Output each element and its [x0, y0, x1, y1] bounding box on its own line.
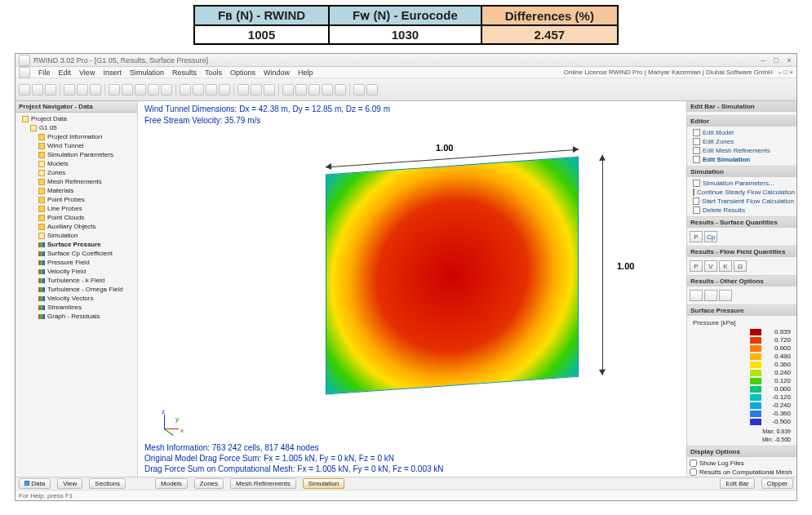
chk-res-compmesh-box[interactable]	[690, 468, 697, 476]
menu-help[interactable]: Help	[298, 69, 313, 77]
tb-pan-icon[interactable]	[148, 84, 159, 95]
doc-maximize-button[interactable]: □	[783, 69, 788, 76]
tree-turb-omega[interactable]: Turbulence - Omega Field	[19, 285, 135, 294]
centertab-zones[interactable]: Zones	[194, 478, 224, 489]
maximize-button[interactable]: □	[772, 56, 780, 64]
tree-project-info[interactable]: Project Information	[19, 132, 135, 141]
th-diff: Differences (%)	[481, 6, 618, 25]
tb-new-icon[interactable]	[19, 84, 30, 95]
roo-btn-3[interactable]	[719, 290, 732, 301]
tb-mesh-icon[interactable]	[237, 84, 249, 95]
menu-tools[interactable]: Tools	[205, 69, 222, 77]
tb-section-icon[interactable]	[322, 84, 333, 95]
menu-results[interactable]: Results	[172, 69, 197, 77]
legend-value: 0.000	[765, 385, 791, 393]
menu-file[interactable]: File	[38, 69, 51, 77]
tb-zoom-in-icon[interactable]	[122, 84, 133, 95]
tree-simulation[interactable]: Simulation	[19, 231, 135, 240]
tree-materials[interactable]: Materials	[19, 186, 135, 195]
roo-btn-1[interactable]	[690, 290, 703, 301]
tb-probe-icon[interactable]	[308, 84, 320, 95]
tb-help-icon[interactable]	[366, 84, 378, 95]
tree-streamlines[interactable]: Streamlines	[19, 303, 135, 312]
menu-simulation[interactable]: Simulation	[130, 69, 164, 77]
edit-simulation-button[interactable]: Edit Simulation	[690, 155, 794, 164]
surfq-cp-button[interactable]: Cp	[704, 231, 717, 242]
doc-close-button[interactable]: ×	[789, 69, 793, 76]
tb-side-view-icon[interactable]	[206, 84, 217, 95]
menu-options[interactable]: Options	[230, 69, 255, 77]
close-button[interactable]: ×	[785, 56, 793, 64]
tb-front-view-icon[interactable]	[193, 84, 204, 95]
tree-models[interactable]: Models	[19, 159, 135, 168]
file-icon	[38, 179, 45, 185]
tb-save-icon[interactable]	[45, 84, 56, 95]
centertab-mesh[interactable]: Mesh Refinements	[230, 478, 296, 489]
tree-point-probes[interactable]: Point Probes	[19, 195, 135, 204]
tree-mesh-ref[interactable]: Mesh Refinements	[19, 177, 135, 186]
tb-open-icon[interactable]	[32, 84, 43, 95]
tb-stop-icon[interactable]	[264, 84, 275, 95]
tree-project-root[interactable]: Project Data	[19, 114, 135, 123]
sim-params-button[interactable]: Simulation Parameters...	[690, 179, 794, 188]
tree-zones[interactable]: Zones	[19, 168, 135, 177]
ffq-v-button[interactable]: V	[704, 260, 717, 272]
tree-point-clouds[interactable]: Point Clouds	[19, 213, 135, 222]
edit-meshref-button[interactable]: Edit Mesh Refinements	[690, 146, 794, 155]
centertab-models[interactable]: Models	[155, 478, 188, 489]
chk-res-compmesh[interactable]: Results on Computational Mesh	[690, 468, 794, 477]
roo-btn-2[interactable]	[704, 290, 717, 301]
titlebar[interactable]: RWIND 3.02 Pro - [G1 05, Results, Surfac…	[16, 54, 796, 67]
minimize-button[interactable]: –	[759, 56, 767, 64]
continue-steady-button[interactable]: Continue Steady Flow Calculation	[690, 188, 794, 197]
tb-results-icon[interactable]	[282, 84, 294, 95]
tree-wind-tunnel[interactable]: Wind Tunnel	[19, 141, 135, 150]
righttab-clipper[interactable]: Clipper	[761, 478, 793, 489]
tb-print-icon[interactable]	[64, 84, 75, 95]
lefttab-view[interactable]: View	[57, 478, 82, 489]
menu-view[interactable]: View	[79, 69, 95, 77]
tb-rotate-icon[interactable]	[161, 84, 172, 95]
tree-aux-objects[interactable]: Auxiliary Objects	[19, 222, 135, 231]
tb-zoom-out-icon[interactable]	[135, 84, 146, 95]
centertab-simulation[interactable]: Simulation	[303, 478, 344, 489]
surfq-p-button[interactable]: P	[690, 231, 703, 242]
tb-iso-view-icon[interactable]	[180, 84, 191, 95]
tree-pressure-field[interactable]: Pressure Field	[19, 258, 135, 267]
tree-surface-cp[interactable]: Surface Cp Coefficient	[19, 249, 135, 258]
chk-show-log-box[interactable]	[690, 460, 697, 467]
edit-zones-button[interactable]: Edit Zones	[690, 137, 794, 146]
tree-line-probes[interactable]: Line Probes	[19, 204, 135, 213]
tb-undo-icon[interactable]	[77, 84, 88, 95]
delete-results-button[interactable]: Delete Results	[690, 206, 794, 215]
edit-model-button[interactable]: Edit Model	[690, 128, 794, 137]
tb-run-icon[interactable]	[251, 84, 262, 95]
tb-streamline-icon[interactable]	[335, 84, 346, 95]
tree-velocity-field[interactable]: Velocity Field	[19, 267, 135, 276]
doc-minimize-button[interactable]: –	[779, 69, 782, 76]
start-transient-button[interactable]: Start Transient Flow Calculation	[690, 197, 794, 206]
tb-redo-icon[interactable]	[90, 84, 101, 95]
righttab-editbar[interactable]: Edit Bar	[720, 478, 754, 489]
ffq-p-button[interactable]: P	[690, 260, 703, 272]
lefttab-data[interactable]: Data	[19, 478, 51, 489]
tree-residuals[interactable]: Graph - Residuals	[19, 312, 135, 321]
display-options-section: Display Options	[687, 446, 796, 457]
viewport-3d[interactable]: Wind Tunnel Dimensions: Dx = 42.38 m, Dy…	[138, 101, 686, 477]
lefttab-sections[interactable]: Sections	[89, 478, 126, 489]
tree-turb-k[interactable]: Turbulence - k Field	[19, 276, 135, 285]
tree-velocity-vectors[interactable]: Velocity Vectors	[19, 294, 135, 303]
tb-zoom-fit-icon[interactable]	[109, 84, 120, 95]
tree-sim-params[interactable]: Simulation Parameters	[19, 150, 135, 159]
menu-edit[interactable]: Edit	[59, 69, 72, 77]
chk-show-log[interactable]: Show Log Files	[690, 459, 794, 468]
ffq-k-button[interactable]: K	[719, 260, 732, 272]
tb-top-view-icon[interactable]	[219, 84, 230, 95]
menu-insert[interactable]: Insert	[103, 69, 122, 77]
menu-window[interactable]: Window	[264, 69, 290, 77]
tree-surface-pressure[interactable]: Surface Pressure	[19, 240, 135, 249]
tb-settings-icon[interactable]	[353, 84, 365, 95]
tb-legend-icon[interactable]	[295, 84, 307, 95]
tree-case[interactable]: G1 05	[19, 123, 135, 132]
ffq-w-button[interactable]: Ω	[734, 260, 747, 272]
